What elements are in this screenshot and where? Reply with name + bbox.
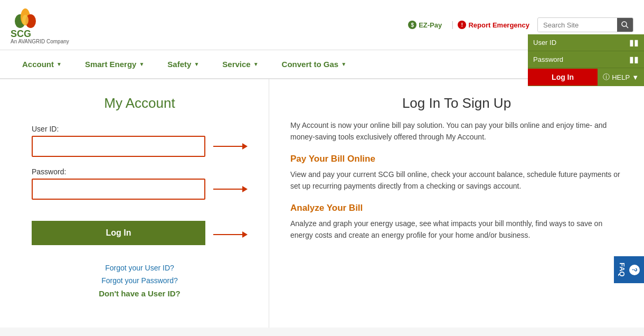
userid-field-top: User ID ▮▮ [528, 34, 644, 51]
password-field-top: Password ▮▮ [528, 51, 644, 68]
login-button[interactable]: Log In [32, 221, 205, 245]
section1-desc: View and pay your current SCG bill onlin… [290, 169, 623, 192]
userid-icon[interactable]: ▮▮ [629, 38, 639, 48]
header-actions: $ EZ-Pay | ! Report Emergency [408, 17, 633, 32]
left-panel: My Account User ID: Password: [0, 79, 269, 328]
logo-text: SCG [11, 29, 31, 39]
arrow-head-icon [242, 143, 248, 150]
divider: | [451, 20, 453, 30]
password-icon[interactable]: ▮▮ [629, 54, 639, 64]
nav-service[interactable]: Service ▼ [211, 50, 270, 78]
password-row [32, 179, 248, 200]
logo: SCG An AVANGRID Company [11, 5, 69, 44]
section1-title: Pay Your Bill Online [290, 154, 623, 164]
userid-row [32, 136, 248, 157]
faq-button[interactable]: ? FAQ [614, 256, 644, 283]
right-title: Log In To Sign Up [290, 95, 623, 111]
login-btn-row: Log In [32, 210, 248, 258]
main-content: My Account User ID: Password: [0, 79, 644, 328]
forgot-userid-link[interactable]: Forgot your User ID? [32, 264, 248, 272]
login-btn-top[interactable]: Log In [528, 69, 598, 86]
section2-title: Analyze Your Bill [290, 203, 623, 213]
svg-point-3 [22, 15, 29, 25]
ez-pay-link[interactable]: $ EZ-Pay [408, 21, 442, 29]
chevron-down-icon: ▼ [341, 61, 346, 67]
svg-point-4 [622, 22, 627, 26]
help-question-icon: ⓘ [603, 72, 610, 82]
password-label: Password: [32, 167, 248, 176]
faq-question-icon: ? [629, 265, 640, 275]
forgot-password-link[interactable]: Forgot your Password? [32, 276, 248, 285]
nav-convert-to-gas[interactable]: Convert to Gas ▼ [270, 50, 358, 78]
svg-line-5 [626, 26, 628, 28]
dollar-icon: $ [408, 21, 416, 29]
no-userid-link[interactable]: Don't have a User ID? [99, 289, 180, 298]
help-chevron-icon: ▼ [632, 73, 639, 81]
links-section: Forgot your User ID? Forgot your Passwor… [32, 264, 248, 298]
arrow-head-icon [242, 186, 248, 192]
search-icon [621, 21, 629, 29]
help-button[interactable]: ⓘ HELP ▼ [598, 68, 644, 86]
my-account-title: My Account [32, 95, 248, 111]
chevron-down-icon: ▼ [56, 61, 62, 67]
arrow-line [213, 146, 242, 147]
chevron-down-icon: ▼ [253, 61, 259, 67]
password-arrow [213, 186, 248, 192]
arrow-line [213, 189, 242, 190]
login-panel-top: User ID ▮▮ Password ▮▮ Log In ⓘ HELP ▼ [528, 34, 644, 86]
logo-subtitle: An AVANGRID Company [11, 39, 69, 44]
userid-arrow [213, 143, 248, 150]
search-box [537, 17, 633, 32]
password-group: Password: [32, 167, 248, 200]
arrow-line [213, 234, 242, 235]
userid-label: User ID: [32, 125, 248, 133]
section2-desc: Analyze and graph your energy usage, see… [290, 218, 623, 241]
faq-label: FAQ [618, 263, 626, 277]
search-input[interactable] [538, 18, 617, 32]
login-arrow [213, 231, 248, 238]
exclamation-icon: ! [458, 21, 466, 29]
userid-input[interactable] [32, 136, 205, 157]
nav-safety[interactable]: Safety ▼ [156, 50, 211, 78]
logo-icon [11, 5, 40, 29]
report-emergency-link[interactable]: ! Report Emergency [458, 21, 529, 29]
login-footer-top: Log In ⓘ HELP ▼ [528, 68, 644, 86]
chevron-down-icon: ▼ [139, 61, 144, 67]
right-panel: Log In To Sign Up My Account is now your… [269, 79, 644, 328]
nav-smart-energy[interactable]: Smart Energy ▼ [73, 50, 156, 78]
right-description: My Account is now your online bill pay s… [290, 119, 623, 143]
search-button[interactable] [617, 18, 633, 32]
chevron-down-icon: ▼ [194, 61, 199, 67]
nav-account[interactable]: Account ▼ [11, 50, 73, 78]
password-input[interactable] [32, 179, 205, 200]
userid-group: User ID: [32, 125, 248, 157]
arrow-head-icon [242, 231, 248, 238]
